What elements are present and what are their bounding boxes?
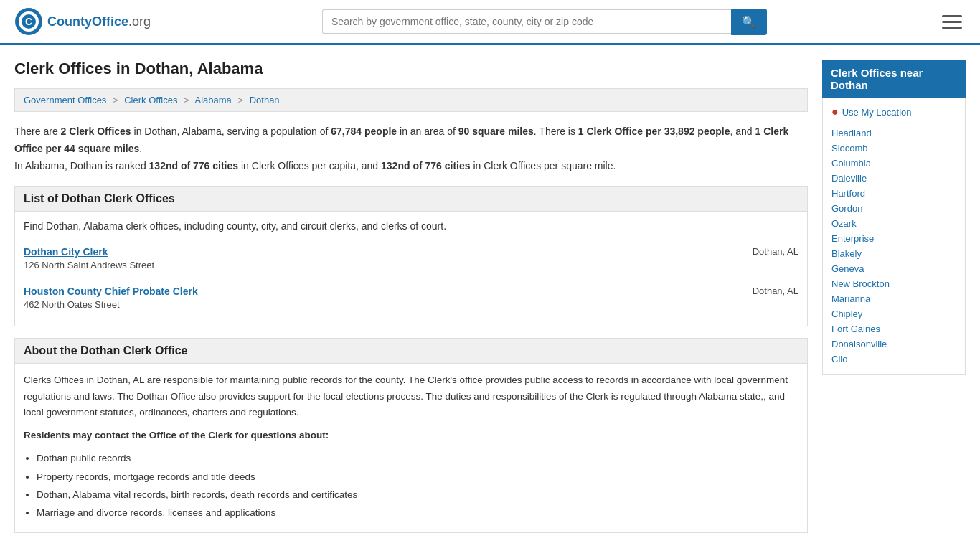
search-input[interactable] — [322, 9, 731, 34]
office-row-2: Houston County Chief Probate Clerk 462 N… — [24, 286, 798, 310]
page-header: C CountyOffice.org 🔍 — [0, 0, 980, 45]
office-item-1: Dothan City Clerk 126 North Saint Andrew… — [24, 239, 798, 278]
location-pin-icon: ● — [831, 105, 839, 118]
sidebar-title: Clerk Offices near Dothan — [822, 60, 966, 98]
nearby-link-4[interactable]: Hartford — [831, 186, 956, 201]
search-icon: 🔍 — [742, 16, 756, 28]
about-section-body: Clerks Offices in Dothan, AL are respons… — [14, 364, 808, 532]
nearby-link-12[interactable]: Chipley — [831, 306, 956, 321]
stats-per-people-label: 1 Clerk Office per 33,892 people — [578, 126, 730, 137]
office-address-2: 462 North Oates Street — [24, 299, 198, 310]
stats-area: 90 square miles — [458, 126, 534, 137]
stats-city: Dothan, Alabama — [144, 126, 221, 137]
sidebar-content: ● Use My Location Headland Slocomb Colum… — [822, 98, 966, 375]
list-item: Dothan public records — [37, 451, 798, 466]
stats-rank-sqmile: 132nd — [381, 160, 410, 171]
hamburger-line — [942, 21, 962, 23]
about-contact-label: Residents may contact the Office of the … — [24, 428, 798, 443]
page-title: Clerk Offices in Dothan, Alabama — [14, 60, 808, 78]
office-address-1: 126 North Saint Andrews Street — [24, 260, 154, 270]
breadcrumb-link-clerk[interactable]: Clerk Offices — [124, 95, 177, 105]
about-contact-list: Dothan public records Property records, … — [37, 451, 798, 521]
nearby-link-0[interactable]: Headland — [831, 126, 956, 141]
nearby-link-9[interactable]: Geneva — [831, 261, 956, 276]
menu-button[interactable] — [938, 11, 966, 32]
breadcrumb-link-dothan[interactable]: Dothan — [250, 95, 280, 105]
sidebar: Clerk Offices near Dothan ● Use My Locat… — [822, 60, 966, 545]
list-section-header: List of Dothan Clerk Offices — [14, 186, 808, 212]
nearby-link-6[interactable]: Ozark — [831, 216, 956, 231]
nearby-link-13[interactable]: Fort Gaines — [831, 321, 956, 336]
breadcrumb-sep: > — [184, 95, 189, 105]
stats-count: 2 — [61, 126, 67, 137]
stats-text-1: There are 2 Clerk Offices in Dothan, Ala… — [14, 123, 808, 158]
breadcrumb: Government Offices > Clerk Offices > Ala… — [14, 88, 808, 112]
office-left-2: Houston County Chief Probate Clerk 462 N… — [24, 286, 198, 310]
use-my-location-link[interactable]: ● Use My Location — [831, 105, 956, 118]
about-section-header: About the Dothan Clerk Office — [14, 338, 808, 364]
svg-text:C: C — [25, 16, 32, 27]
content-area: Clerk Offices in Dothan, Alabama Governm… — [14, 60, 808, 545]
nearby-link-11[interactable]: Marianna — [831, 291, 956, 306]
nearby-link-5[interactable]: Gordon — [831, 201, 956, 216]
list-section-body: Find Dothan, Alabama clerk offices, incl… — [14, 212, 808, 326]
nearby-link-15[interactable]: Clio — [831, 352, 956, 367]
stats-population: 67,784 — [331, 126, 362, 137]
nearby-link-7[interactable]: Enterprise — [831, 231, 956, 246]
office-city-1: Dothan, AL — [753, 246, 798, 257]
breadcrumb-sep: > — [113, 95, 118, 105]
stats-section: There are 2 Clerk Offices in Dothan, Ala… — [14, 123, 808, 174]
use-my-location-label: Use My Location — [842, 107, 912, 118]
breadcrumb-sep: > — [237, 95, 243, 105]
nearby-link-3[interactable]: Daleville — [831, 171, 956, 186]
office-row-1: Dothan City Clerk 126 North Saint Andrew… — [24, 246, 798, 270]
office-name-2[interactable]: Houston County Chief Probate Clerk — [24, 286, 198, 297]
stats-text-2: In Alabama, Dothan is ranked 132nd of 77… — [14, 158, 808, 175]
stats-of-cities-1: of 776 cities — [178, 160, 238, 171]
nearby-link-8[interactable]: Blakely — [831, 246, 956, 261]
stats-label-people: people — [364, 126, 397, 137]
search-button[interactable]: 🔍 — [731, 9, 767, 35]
search-area: 🔍 — [322, 9, 767, 35]
nearby-link-10[interactable]: New Brockton — [831, 276, 956, 291]
office-name-1[interactable]: Dothan City Clerk — [24, 246, 154, 258]
list-item: Dothan, Alabama vital records, birth rec… — [37, 487, 798, 503]
list-item: Marriage and divorce records, licenses a… — [37, 505, 798, 521]
list-item: Property records, mortgage records and t… — [37, 469, 798, 485]
nearby-link-1[interactable]: Slocomb — [831, 141, 956, 156]
about-text: Clerks Offices in Dothan, AL are respons… — [24, 372, 798, 420]
office-city-2: Dothan, AL — [753, 286, 798, 296]
logo-text: CountyOffice.org — [47, 14, 151, 29]
hamburger-line — [942, 27, 962, 29]
breadcrumb-link-gov[interactable]: Government Offices — [24, 95, 106, 105]
logo-icon: C — [14, 7, 43, 36]
office-item-2: Houston County Chief Probate Clerk 462 N… — [24, 278, 798, 317]
breadcrumb-link-alabama[interactable]: Alabama — [195, 95, 232, 105]
nearby-link-2[interactable]: Columbia — [831, 156, 956, 171]
logo[interactable]: C CountyOffice.org — [14, 7, 151, 36]
stats-of-cities-2: of 776 cities — [410, 160, 471, 171]
main-wrapper: Clerk Offices in Dothan, Alabama Governm… — [0, 45, 980, 551]
stats-label-clerk-offices: Clerk Offices — [69, 126, 131, 137]
list-description: Find Dothan, Alabama clerk offices, incl… — [24, 220, 798, 232]
hamburger-line — [942, 15, 962, 17]
nearby-link-14[interactable]: Donalsonville — [831, 336, 956, 352]
office-left-1: Dothan City Clerk 126 North Saint Andrew… — [24, 246, 154, 270]
stats-rank-capita: 132nd — [149, 160, 178, 171]
